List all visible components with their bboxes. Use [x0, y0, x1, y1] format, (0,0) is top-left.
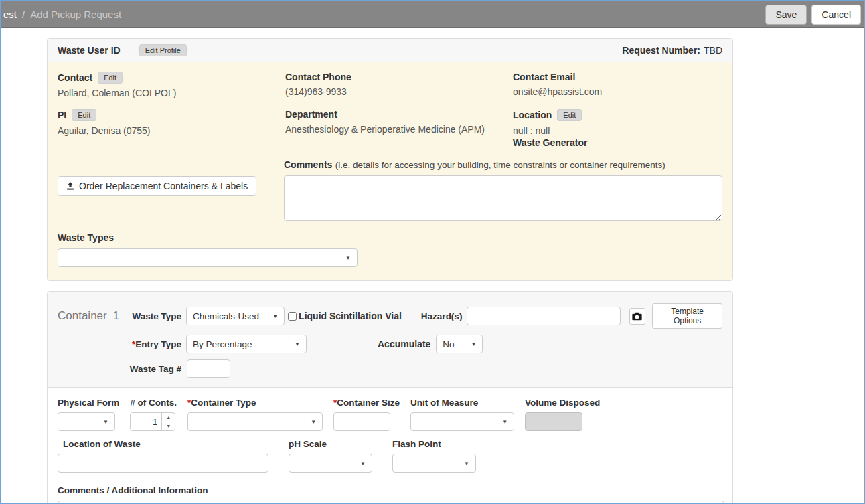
- contact-email-value: onsite@hpassist.com: [513, 86, 722, 97]
- flash-point-label: Flash Point: [392, 439, 476, 449]
- department-label: Department: [285, 109, 337, 120]
- contact-phone-block: Contact Phone (314)963-9933: [285, 72, 513, 98]
- accumulate-label: Accumulate: [378, 339, 430, 349]
- physical-form-label: Physical Form: [58, 398, 119, 408]
- container-fields-row-2: Location of Waste pH Scale ▼ Flash Point: [58, 439, 722, 473]
- comments-row: Order Replacement Containers & Labels Co…: [48, 159, 732, 224]
- unit-of-measure-select[interactable]: ▼: [410, 412, 514, 431]
- waste-user-panel-body: Contact Edit Pollard, Coleman (COLPOL) C…: [48, 62, 732, 280]
- container-comments-block: Comments / Additional Information: [58, 484, 722, 504]
- chevron-down-icon: ▼: [345, 255, 351, 261]
- edit-location-button[interactable]: Edit: [557, 109, 582, 121]
- contact-label: Contact: [58, 72, 92, 83]
- container-row-1: Container1 Waste Type Chemicals-Used ▼ L…: [58, 303, 722, 329]
- waste-generator-label: Waste Generator: [513, 137, 722, 148]
- contact-email-block: Contact Email onsite@hpassist.com: [513, 72, 722, 98]
- chevron-down-icon: ▼: [464, 460, 469, 467]
- page: est / Add Pickup Request Save Cancel Was…: [0, 0, 865, 504]
- comments-hint: (i.e. details for accessing your buildin…: [335, 160, 665, 170]
- container-comments-textarea[interactable]: [58, 501, 724, 504]
- pi-label: PI: [58, 110, 66, 120]
- volume-disposed-label: Volume Disposed: [525, 398, 600, 408]
- camera-icon: [632, 312, 642, 321]
- order-replacement-label: Order Replacement Containers & Labels: [79, 181, 248, 191]
- liquid-scintillation-vial-label: Liquid Scintillation Vial: [299, 311, 402, 321]
- hazards-input[interactable]: [467, 307, 620, 325]
- flash-point-select[interactable]: ▼: [392, 454, 476, 473]
- container-row2-labels: *Entry Type: [58, 339, 181, 349]
- contact-info-grid: Contact Edit Pollard, Coleman (COLPOL) C…: [48, 62, 732, 159]
- container-number: 1: [113, 309, 119, 322]
- template-options-button[interactable]: Template Options: [652, 303, 722, 329]
- chevron-down-icon: ▼: [502, 419, 507, 425]
- order-replacement-button[interactable]: Order Replacement Containers & Labels: [58, 176, 256, 196]
- entry-type-selected: By Percentage: [193, 339, 252, 349]
- comments-right-column: Comments (i.e. details for accessing you…: [284, 159, 722, 224]
- location-of-waste-field: Location of Waste: [58, 439, 268, 473]
- pi-value: Aguilar, Denisa (0755): [58, 125, 285, 136]
- save-button[interactable]: Save: [765, 5, 807, 25]
- waste-tag-input[interactable]: [187, 359, 230, 378]
- container-row-2: *Entry Type By Percentage ▼ Accumulate N…: [58, 335, 722, 353]
- num-conts-input[interactable]: [131, 413, 161, 430]
- location-of-waste-label: Location of Waste: [58, 439, 268, 449]
- waste-types-select[interactable]: ▼: [58, 248, 358, 267]
- waste-types-label: Waste Types: [58, 232, 114, 243]
- contact-email-label: Contact Email: [513, 72, 575, 82]
- edit-contact-button[interactable]: Edit: [98, 72, 123, 84]
- comments-textarea[interactable]: [284, 175, 722, 221]
- waste-tag-label: Waste Tag #: [130, 364, 181, 374]
- camera-button[interactable]: [629, 308, 646, 325]
- stepper-buttons: ▲ ▼: [161, 413, 175, 430]
- chevron-down-icon: ▼: [103, 419, 108, 425]
- breadcrumb: est / Add Pickup Request: [3, 9, 121, 20]
- container-size-label: *Container Size: [333, 398, 400, 408]
- request-number-value: TBD: [704, 45, 722, 56]
- edit-pi-button[interactable]: Edit: [72, 109, 96, 121]
- chevron-down-icon: ▼: [360, 460, 366, 467]
- pi-block: PI Edit Aguilar, Denisa (0755): [58, 109, 285, 148]
- num-conts-field: # of Conts. ▲ ▼: [130, 398, 177, 431]
- liquid-scintillation-vial-checkbox[interactable]: [288, 312, 297, 321]
- breadcrumb-previous[interactable]: est: [3, 9, 17, 20]
- edit-profile-button[interactable]: Edit Profile: [139, 44, 187, 56]
- flash-point-field: Flash Point ▼: [392, 439, 476, 473]
- container-type-select[interactable]: ▼: [187, 412, 323, 431]
- entry-type-select[interactable]: By Percentage ▼: [186, 335, 307, 353]
- comments-label: Comments: [284, 159, 332, 170]
- hazards-label: Hazard(s): [421, 311, 463, 321]
- location-of-waste-input[interactable]: [58, 454, 268, 473]
- accumulate-select[interactable]: No ▼: [436, 335, 483, 353]
- location-block: Location Edit null : null Waste Generato…: [513, 109, 722, 148]
- chevron-down-icon: ▼: [272, 313, 278, 319]
- container-row-3: Waste Tag #: [58, 359, 722, 378]
- container-comments-label: Comments / Additional Information: [58, 485, 208, 495]
- container-panel-body: Physical Form ▼ # of Conts. ▲ ▼: [48, 388, 732, 504]
- physical-form-select[interactable]: ▼: [58, 412, 115, 431]
- waste-type-select[interactable]: Chemicals-Used ▼: [186, 307, 285, 325]
- spinner-up-icon[interactable]: ▲: [162, 413, 175, 422]
- spinner-down-icon[interactable]: ▼: [162, 422, 175, 430]
- upload-icon: [66, 182, 74, 190]
- chevron-down-icon: ▼: [471, 341, 476, 347]
- volume-disposed-input: [525, 412, 582, 431]
- volume-disposed-field: Volume Disposed: [525, 398, 600, 431]
- waste-user-title: Waste User ID: [58, 45, 121, 56]
- department-block: Department Anesthesiology & Perioperativ…: [285, 109, 513, 148]
- container-title: Container1: [58, 309, 119, 323]
- ph-scale-select[interactable]: ▼: [289, 454, 372, 473]
- quantity-stepper[interactable]: ▲ ▼: [130, 412, 175, 431]
- request-number-label: Request Number:: [622, 45, 700, 56]
- unit-of-measure-label: Unit of Measure: [410, 398, 514, 408]
- breadcrumb-current: Add Pickup Request: [30, 9, 121, 20]
- cancel-button[interactable]: Cancel: [811, 5, 861, 25]
- main-content: Waste User ID Edit Profile Request Numbe…: [47, 38, 733, 504]
- location-label: Location: [513, 110, 552, 120]
- physical-form-field: Physical Form ▼: [58, 398, 119, 431]
- container-size-input[interactable]: [333, 412, 390, 431]
- location-value: null : null: [513, 125, 722, 136]
- contact-phone-label: Contact Phone: [285, 72, 351, 82]
- contact-phone-value: (314)963-9933: [285, 86, 513, 97]
- num-conts-label: # of Conts.: [130, 398, 177, 408]
- contact-block: Contact Edit Pollard, Coleman (COLPOL): [58, 72, 285, 98]
